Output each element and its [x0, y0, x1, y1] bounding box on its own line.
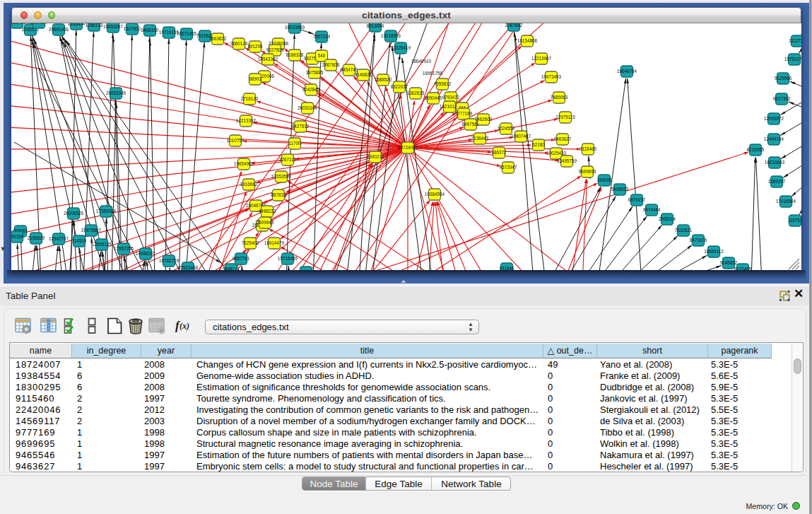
svg-text:9245652: 9245652 [720, 260, 738, 265]
svg-text:10653267: 10653267 [103, 24, 124, 29]
svg-text:1086133: 1086133 [86, 23, 103, 28]
svg-text:8186328: 8186328 [286, 52, 304, 57]
svg-text:16914479: 16914479 [264, 240, 285, 245]
svg-text:9474444: 9474444 [643, 207, 661, 212]
svg-text:9242845: 9242845 [302, 87, 320, 92]
svg-text:16671355: 16671355 [177, 31, 197, 36]
svg-text:9777169: 9777169 [455, 111, 473, 116]
svg-text:19654985: 19654985 [234, 161, 254, 166]
svg-text:1938454: 1938454 [68, 23, 86, 26]
svg-text:2136443: 2136443 [471, 136, 489, 141]
svg-text:7485063: 7485063 [551, 95, 568, 100]
svg-text:20975867: 20975867 [81, 228, 102, 233]
svg-text:3267110: 3267110 [279, 157, 297, 162]
svg-text:10807487: 10807487 [511, 134, 531, 139]
svg-text:17016504: 17016504 [776, 199, 796, 204]
svg-text:7857224: 7857224 [313, 34, 331, 39]
svg-text:16154808: 16154808 [517, 38, 538, 43]
svg-text:26206526: 26206526 [64, 211, 84, 216]
svg-text:5938923: 5938923 [611, 187, 629, 192]
svg-text:26031144: 26031144 [298, 105, 317, 110]
svg-text:2300212: 2300212 [367, 154, 384, 159]
svg-text:12975115: 12975115 [555, 115, 575, 119]
svg-text:3660124: 3660124 [230, 41, 248, 46]
svg-text:9129966: 9129966 [775, 76, 792, 81]
svg-text:8322037: 8322037 [391, 84, 408, 89]
svg-text:15751074: 15751074 [784, 57, 801, 62]
svg-text:9227509: 9227509 [266, 47, 284, 52]
svg-text:12444154: 12444154 [764, 136, 784, 141]
svg-text:39159: 39159 [11, 234, 23, 239]
svg-text:19218506: 19218506 [381, 33, 401, 38]
svg-text:9115460: 9115460 [579, 146, 597, 151]
svg-text:6879197: 6879197 [628, 197, 646, 202]
svg-text:9146821: 9146821 [355, 72, 372, 77]
svg-text:16543362: 16543362 [258, 57, 278, 62]
svg-text:8427512: 8427512 [292, 124, 310, 129]
svg-text:20691406: 20691406 [49, 27, 69, 32]
svg-text:1112737: 1112737 [789, 38, 801, 43]
svg-text:7625402: 7625402 [242, 240, 259, 245]
svg-text:9857791: 9857791 [233, 256, 250, 261]
svg-text:12213967: 12213967 [531, 56, 552, 61]
svg-text:14958107: 14958107 [136, 251, 156, 256]
svg-text:4572047: 4572047 [500, 165, 517, 170]
svg-text:1569297: 1569297 [768, 179, 786, 184]
svg-text:16210643: 16210643 [765, 160, 785, 165]
svg-text:8813054: 8813054 [367, 23, 384, 28]
svg-text:6793472: 6793472 [442, 95, 460, 100]
svg-text:887833: 887833 [271, 192, 286, 197]
svg-text:7462609: 7462609 [475, 117, 493, 122]
svg-text:18640910: 18640910 [411, 59, 432, 64]
svg-text:17957255: 17957255 [114, 246, 134, 251]
svg-text:3875685: 3875685 [306, 70, 324, 75]
svg-text:2935114: 2935114 [659, 216, 676, 221]
svg-text:12213392: 12213392 [236, 118, 257, 123]
svg-text:2113731: 2113731 [11, 23, 26, 25]
svg-text:(x): (x) [180, 321, 189, 331]
svg-text:3024554: 3024554 [498, 126, 515, 131]
svg-text:7632621: 7632621 [675, 228, 693, 233]
svg-text:13325419: 13325419 [391, 45, 411, 50]
svg-text:62160: 62160 [532, 142, 545, 147]
svg-text:1010754: 1010754 [227, 138, 245, 143]
svg-text:13495759: 13495759 [557, 158, 577, 163]
svg-text:15716485: 15716485 [278, 256, 298, 261]
svg-text:1362615: 1362615 [407, 90, 425, 95]
svg-text:17359924: 17359924 [96, 209, 117, 214]
svg-text:13353594: 13353594 [271, 174, 292, 179]
svg-text:16648784: 16648784 [617, 69, 637, 74]
svg-text:2609948: 2609948 [257, 220, 274, 225]
svg-text:114519: 114519 [72, 238, 87, 243]
svg-text:1527602: 1527602 [124, 26, 141, 31]
svg-text:98901: 98901 [249, 76, 261, 81]
svg-text:2156829: 2156829 [28, 235, 45, 240]
svg-text:10654112: 10654112 [704, 249, 724, 254]
svg-text:2718120: 2718120 [241, 96, 259, 101]
svg-text:8471676: 8471676 [690, 238, 707, 243]
svg-text:7955812: 7955812 [434, 81, 452, 86]
svg-text:891295: 891295 [247, 44, 263, 49]
svg-text:1588520: 1588520 [375, 77, 392, 82]
svg-text:10973493: 10973493 [541, 74, 562, 79]
svg-text:1916682: 1916682 [240, 182, 258, 187]
svg-text:9463627: 9463627 [554, 136, 572, 141]
svg-text:4498222: 4498222 [259, 209, 276, 214]
svg-text:8215955: 8215955 [747, 147, 765, 152]
svg-text:16782759: 16782759 [159, 258, 180, 263]
svg-text:116753: 116753 [788, 218, 801, 223]
svg-text:12942737: 12942737 [49, 236, 69, 241]
svg-text:10025433: 10025433 [546, 151, 567, 156]
svg-text:6466160: 6466160 [141, 28, 159, 33]
svg-text:8454749: 8454749 [341, 67, 358, 72]
svg-text:1954227: 1954227 [30, 23, 48, 25]
svg-text:16961758: 16961758 [423, 71, 443, 76]
svg-text:12923468: 12923468 [178, 265, 199, 270]
svg-text:164095: 164095 [596, 177, 612, 182]
svg-text:16033809: 16033809 [285, 25, 305, 30]
svg-text:2867608: 2867608 [322, 62, 340, 67]
svg-text:12093872: 12093872 [764, 116, 784, 121]
svg-text:20053346: 20053346 [106, 90, 126, 95]
svg-text:11700: 11700 [288, 141, 301, 146]
svg-text:9699695: 9699695 [579, 169, 596, 174]
